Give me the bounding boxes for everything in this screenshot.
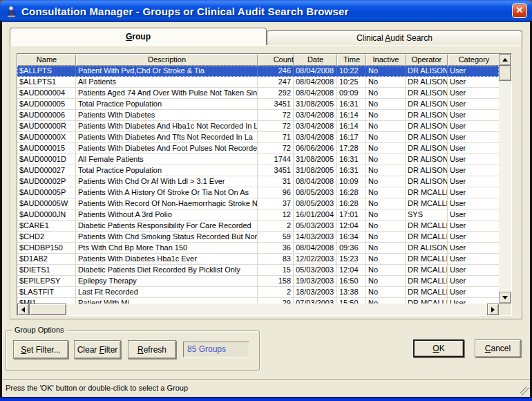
ok-button[interactable]: OK [413, 339, 464, 357]
scroll-left-button[interactable] [17, 304, 29, 315]
arrow-left-icon [21, 307, 25, 313]
cell-category: User [448, 187, 499, 198]
cell-description: Patients With Diabetes And Hba1c Not Rec… [76, 121, 258, 132]
cell-description: Patients With Chd Or Af With Ldl > 3.1 E… [76, 176, 258, 187]
table-row[interactable]: $AUD000015Patients With Diabetes And Foo… [17, 143, 499, 154]
cell-time: 09:09 [337, 88, 366, 99]
cell-operator: DR MCALLIS [406, 254, 448, 265]
clear-filter-button[interactable]: Clear Filter [74, 340, 121, 359]
cell-count: 292 [258, 88, 294, 99]
table-row[interactable]: $AUD00000XPatients With Diabetes And Tft… [17, 132, 499, 143]
column-header-time[interactable]: Time [337, 54, 366, 66]
cell-category: User [448, 77, 499, 88]
cell-name: $EPILEPSY [17, 276, 76, 287]
table-row[interactable]: $ALLPTS1All Patients24708/04/200810:25No… [17, 77, 499, 88]
table-row[interactable]: $AUD0000JNPatients Without A 3rd Polio12… [17, 209, 499, 221]
tab-clinical-audit-search[interactable]: Clinical Audit Search [267, 30, 522, 45]
cell-category: User [448, 99, 499, 110]
table-row[interactable]: $CHDBP150Pts With Chd Bp More Than 15036… [17, 243, 499, 254]
cell-description: Total Practice Population [76, 165, 258, 176]
cell-description: Patients With Record Of Non-Haemorrhagic… [76, 198, 258, 209]
cell-category: User [448, 254, 499, 265]
table-row[interactable]: $AUD00000RPatients With Diabetes And Hba… [17, 121, 499, 132]
cell-category: User [448, 265, 499, 276]
table-row[interactable]: $CHD2Patients With Chd Smoking Status Re… [17, 232, 499, 243]
column-header-inactive[interactable]: Inactive [366, 54, 406, 66]
cell-inactive: No [366, 276, 406, 287]
horizontal-scrollbar[interactable] [17, 304, 499, 315]
cell-operator: DR MCALLIS [406, 221, 448, 232]
cell-count: 2 [258, 221, 294, 232]
table-row[interactable]: $AUD000004Patients Aged 74 And Over With… [17, 88, 499, 99]
cell-name: $AUD000027 [17, 165, 76, 176]
cancel-button[interactable]: Cancel [475, 339, 521, 357]
cell-category: User [448, 276, 499, 287]
app-icon [6, 6, 17, 17]
cell-operator: DR MCALLIS [406, 232, 448, 243]
table-row[interactable]: $ALLPTSPatient With Pvd,Chd Or Stroke & … [17, 66, 499, 77]
table-row[interactable]: $CARE1Diabetic Patients Responsibility F… [17, 221, 499, 232]
cell-date: 19/03/2003 [294, 276, 337, 287]
cell-date: 05/03/2003 [294, 221, 337, 232]
column-header-date[interactable]: Date [294, 54, 337, 66]
cell-count: 15 [258, 265, 294, 276]
column-header-description[interactable]: Description [76, 54, 258, 66]
cell-time: 16:17 [337, 132, 366, 143]
table-row[interactable]: $AUD00002PPatients With Chd Or Af With L… [17, 176, 499, 187]
cell-date: 31/08/2005 [294, 165, 337, 176]
scroll-right-button[interactable] [487, 304, 499, 315]
table-row[interactable]: $AUD00001DAll Female Patients174431/08/2… [17, 154, 499, 165]
cell-operator: DR ALISON [406, 143, 448, 154]
cell-count: 31 [258, 176, 294, 187]
cell-category: User [448, 66, 499, 77]
scroll-up-button[interactable] [499, 54, 511, 66]
table-row[interactable]: $DIETS1Diabetic Patients Diet Recorded B… [17, 265, 499, 276]
cell-count: 71 [258, 132, 294, 143]
table-row[interactable]: $AUD000006Patients With Diabetes7203/04/… [17, 110, 499, 121]
cell-count: 2 [258, 287, 294, 298]
table-row[interactable]: $AUD000005Total Practice Population34513… [17, 99, 499, 110]
table-row[interactable]: $AUD00005WPatients With Record Of Non-Ha… [17, 198, 499, 209]
horizontal-scroll-thumb[interactable] [29, 304, 66, 315]
close-button[interactable]: ✕ [512, 3, 527, 18]
cell-time: 16:14 [337, 121, 366, 132]
cell-operator: DR MCALLIS [406, 265, 448, 276]
cell-category: User [448, 154, 499, 165]
column-header-name[interactable]: Name [17, 54, 76, 66]
cell-name: $CHD2 [17, 232, 76, 243]
column-header-count[interactable]: Count [258, 54, 294, 66]
set-filter-button[interactable]: Set Filter... [13, 340, 68, 359]
vertical-scroll-thumb[interactable] [499, 66, 511, 81]
table-row[interactable]: $EPILEPSYEpilepsy Therapy15819/03/200316… [17, 276, 499, 287]
title-bar[interactable]: Consultation Manager - Groups or Clinica… [0, 0, 532, 22]
vertical-scrollbar[interactable] [499, 54, 511, 304]
column-header-category[interactable]: Category [448, 54, 499, 66]
cell-inactive: No [366, 132, 406, 143]
table-row[interactable]: $LASTFITLast Fit Recorded218/03/200313:3… [17, 287, 499, 298]
cell-name: $AUD000015 [17, 143, 76, 154]
table-row[interactable]: $D1AB2Patients With Diabetes Hba1c Ever8… [17, 254, 499, 265]
table-row[interactable]: $AUD000027Total Practice Population34513… [17, 165, 499, 176]
dialog-window: Consultation Manager - Groups or Clinica… [0, 0, 532, 401]
table-row[interactable]: $MI1Patient With Mi2907/03/200315:50NoDR… [17, 298, 499, 304]
cell-operator: DR ALISON [406, 66, 448, 77]
cell-name: $AUD00005P [17, 187, 76, 198]
cell-description: Patients Without A 3rd Polio [76, 209, 258, 221]
cell-time: 15:23 [337, 254, 366, 265]
cell-count: 3451 [258, 99, 294, 110]
column-header-operator[interactable]: Operator [406, 54, 448, 66]
cell-count: 247 [258, 77, 294, 88]
tab-group[interactable]: Group [10, 28, 267, 45]
cell-description: Patients With Diabetes Hba1c Ever [76, 254, 258, 265]
cell-inactive: No [366, 176, 406, 187]
resize-grip-icon [520, 386, 529, 395]
cell-category: User [448, 209, 499, 221]
cell-operator: DR ALISON [406, 154, 448, 165]
ok-label: OK [433, 344, 444, 353]
table-row[interactable]: $AUD00005PPatients With A History Of Str… [17, 187, 499, 198]
cell-inactive: No [366, 99, 406, 110]
cell-operator: DR MCALLIS [406, 287, 448, 298]
refresh-button[interactable]: Refresh [128, 340, 176, 359]
cell-name: $AUD000006 [17, 110, 76, 121]
scroll-down-button[interactable] [499, 292, 511, 304]
